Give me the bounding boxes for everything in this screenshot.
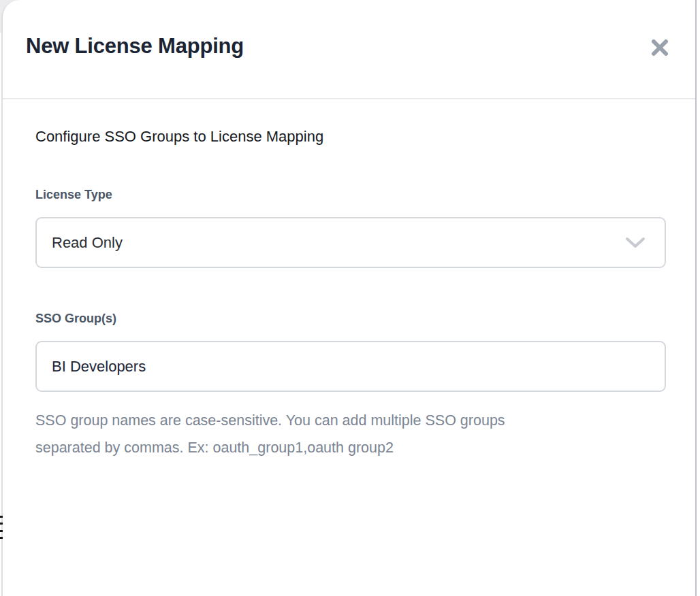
sso-groups-label: SSO Group(s) — [35, 312, 663, 326]
sso-groups-help-text: SSO group names are case-sensitive. You … — [35, 407, 648, 461]
license-type-select[interactable]: Read Only — [35, 217, 666, 268]
close-button[interactable] — [649, 37, 671, 59]
dialog-title: New License Mapping — [26, 34, 244, 59]
page-edge-list-icon — [0, 516, 3, 539]
help-text-line1: SSO group names are case-sensitive. You … — [35, 407, 648, 434]
help-text-line2: separated by commas. Ex: oauth_group1,oa… — [35, 434, 648, 461]
license-type-selected-value: Read Only — [52, 234, 123, 252]
sso-groups-input[interactable] — [35, 341, 666, 392]
chevron-down-icon — [625, 237, 646, 249]
dialog-body: Configure SSO Groups to License Mapping … — [3, 99, 695, 461]
dialog-header: New License Mapping — [3, 0, 695, 99]
dialog-description: Configure SSO Groups to License Mapping — [35, 128, 663, 146]
license-type-label: License Type — [35, 188, 663, 202]
new-license-mapping-dialog: New License Mapping Configure SSO Groups… — [1, 0, 697, 596]
close-icon — [650, 37, 670, 58]
